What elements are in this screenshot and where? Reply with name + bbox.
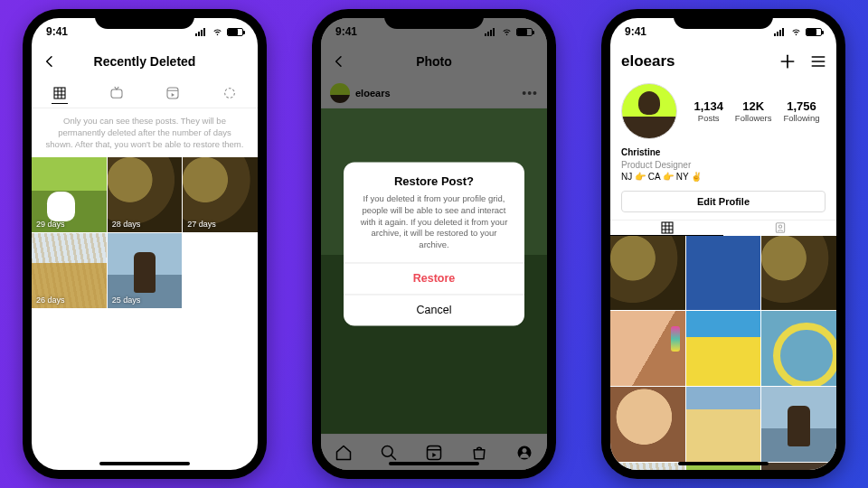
bio-name: Christine [621, 146, 826, 159]
profile-tabs [610, 220, 836, 236]
svg-rect-5 [111, 89, 122, 98]
status-time: 9:41 [46, 25, 68, 38]
phone-restore-modal: 9:41 Photo eloears ••• [312, 9, 556, 479]
post-tile[interactable] [761, 311, 836, 386]
profile-bio: Christine Product Designer NJ 👉 CA 👉 NY … [610, 146, 836, 191]
svg-rect-6 [167, 88, 178, 99]
deleted-tile[interactable]: 27 days [183, 157, 258, 232]
battery-icon [806, 28, 822, 36]
profile-username[interactable]: eloears [621, 52, 675, 70]
svg-point-26 [778, 225, 781, 228]
post-tile[interactable] [610, 311, 685, 386]
wifi-icon [790, 27, 802, 36]
page-title: Recently Deleted [94, 54, 196, 69]
profile-grid [610, 236, 836, 471]
info-text: Only you can see these posts. They will … [32, 108, 258, 157]
wifi-icon [212, 27, 223, 36]
days-label: 26 days [36, 296, 65, 305]
days-label: 28 days [112, 220, 141, 229]
post-tile[interactable] [761, 387, 836, 462]
nav-bar: eloears [610, 45, 836, 78]
post-tile[interactable] [761, 463, 836, 470]
svg-point-8 [224, 88, 234, 98]
post-tile[interactable] [686, 387, 761, 462]
battery-icon [227, 28, 243, 36]
notch [384, 9, 484, 29]
phone-profile: 9:41 eloears 1,134Posts 12KFollowers 1,7… [601, 9, 845, 479]
restore-modal: Restore Post? If you deleted it from you… [344, 162, 524, 325]
media-type-tabs [32, 78, 258, 108]
tab-grid[interactable] [52, 88, 68, 104]
restore-button[interactable]: Restore [344, 263, 524, 295]
notch [95, 9, 194, 29]
deleted-tile[interactable]: 29 days [32, 157, 107, 232]
days-label: 25 days [112, 296, 141, 305]
status-time: 9:41 [625, 25, 646, 38]
new-post-icon[interactable] [778, 52, 797, 70]
post-tile[interactable] [610, 236, 685, 311]
signal-icon [774, 27, 787, 36]
post-tile[interactable] [686, 311, 761, 386]
menu-icon[interactable] [809, 52, 827, 70]
tab-stories[interactable] [222, 85, 238, 101]
post-tile[interactable] [686, 236, 761, 311]
nav-bar: Recently Deleted [32, 45, 258, 78]
back-icon[interactable] [42, 54, 57, 69]
signal-icon [195, 27, 208, 36]
phone-recently-deleted: 9:41 Recently Deleted [23, 9, 267, 479]
deleted-tile[interactable]: 25 days [108, 233, 183, 308]
svg-rect-20 [662, 222, 673, 233]
stat-posts[interactable]: 1,134Posts [693, 99, 723, 123]
svg-rect-0 [54, 88, 65, 99]
stat-followers[interactable]: 12KFollowers [735, 99, 772, 123]
edit-profile-button[interactable]: Edit Profile [621, 191, 826, 212]
post-tile[interactable] [761, 236, 836, 311]
deleted-grid: 29 days 28 days 27 days 26 days 25 days [32, 157, 258, 307]
home-indicator-icon [99, 462, 190, 465]
profile-avatar[interactable] [621, 83, 677, 139]
modal-body: If you deleted it from your profile grid… [344, 193, 524, 262]
notch [674, 9, 773, 29]
tab-tagged[interactable] [723, 221, 836, 236]
modal-title: Restore Post? [344, 162, 524, 193]
deleted-tile[interactable]: 26 days [32, 233, 107, 308]
post-tile[interactable] [610, 463, 685, 470]
bio-location: NJ 👉 CA 👉 NY ✌️ [621, 171, 826, 183]
profile-header: 1,134Posts 12KFollowers 1,756Following [610, 78, 836, 146]
home-indicator-icon [678, 462, 769, 465]
tab-reels[interactable] [165, 85, 181, 101]
post-tile[interactable] [610, 387, 685, 462]
tab-igtv[interactable] [108, 85, 125, 101]
bio-category: Product Designer [621, 159, 826, 172]
stat-following[interactable]: 1,756Following [783, 99, 819, 123]
days-label: 29 days [36, 220, 65, 229]
days-label: 27 days [187, 220, 216, 229]
tab-grid[interactable] [610, 221, 723, 236]
deleted-tile[interactable]: 28 days [108, 157, 183, 232]
cancel-button[interactable]: Cancel [344, 295, 524, 326]
